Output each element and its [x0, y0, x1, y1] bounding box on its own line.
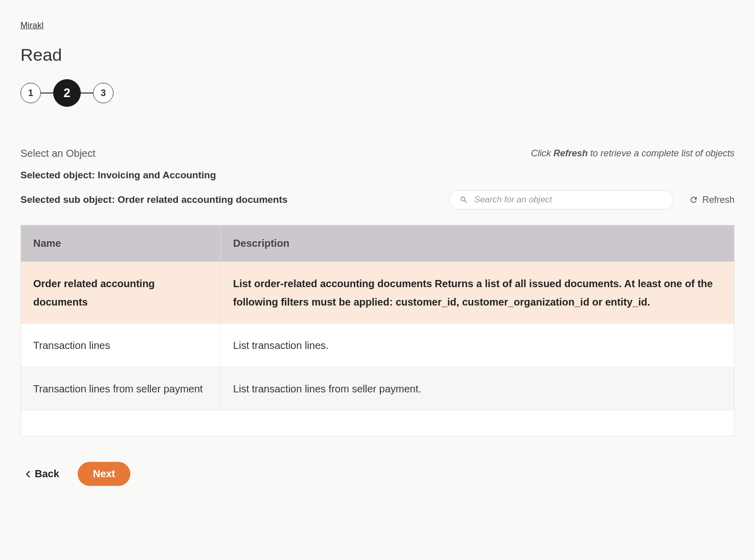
refresh-hint-suffix: to retrieve a complete list of objects — [588, 148, 735, 158]
breadcrumb: Mirakl — [20, 20, 735, 31]
search-refresh-group: Refresh — [449, 190, 735, 209]
cell-name: Order related accounting documents — [21, 262, 221, 324]
refresh-button[interactable]: Refresh — [689, 195, 735, 205]
step-connector — [81, 92, 93, 94]
select-object-label: Select an Object — [20, 148, 96, 159]
refresh-hint-prefix: Click — [531, 148, 554, 158]
search-box[interactable] — [449, 190, 674, 209]
cell-name: Transaction lines — [21, 324, 221, 367]
table-header-row: Name Description — [21, 225, 734, 262]
sub-object-row: Selected sub object: Order related accou… — [20, 190, 735, 209]
refresh-hint: Click Refresh to retrieve a complete lis… — [531, 148, 735, 159]
table-footer — [21, 410, 734, 436]
table-row[interactable]: Transaction linesList transaction lines. — [21, 324, 734, 367]
next-button[interactable]: Next — [78, 462, 130, 486]
cell-description: List transaction lines from seller payme… — [221, 367, 734, 411]
cell-description: List transaction lines. — [221, 324, 734, 367]
refresh-label: Refresh — [702, 195, 735, 205]
search-input[interactable] — [474, 195, 663, 205]
step-2[interactable]: 2 — [53, 79, 81, 107]
selected-sub-object-prefix: Selected sub object: — [20, 194, 118, 205]
selected-object-prefix: Selected object: — [20, 170, 98, 180]
step-1[interactable]: 1 — [20, 83, 41, 103]
selected-sub-object: Selected sub object: Order related accou… — [20, 194, 288, 205]
step-connector — [41, 92, 53, 94]
col-description: Description — [221, 225, 734, 262]
cell-name: Transaction lines from seller payment — [21, 367, 221, 411]
selected-sub-object-value: Order related accounting documents — [118, 194, 288, 205]
chevron-left-icon — [26, 471, 31, 478]
back-label: Back — [35, 468, 59, 480]
refresh-hint-bold: Refresh — [554, 148, 588, 158]
breadcrumb-link-mirakl[interactable]: Mirakl — [20, 20, 43, 30]
cell-description: List order-related accounting documents … — [221, 262, 734, 324]
object-table: Name Description Order related accountin… — [20, 225, 735, 436]
step-3[interactable]: 3 — [93, 83, 113, 103]
table-row[interactable]: Transaction lines from seller paymentLis… — [21, 367, 734, 411]
search-icon — [460, 195, 468, 204]
table-row[interactable]: Order related accounting documentsList o… — [21, 262, 734, 324]
nav-buttons: Back Next — [20, 462, 735, 486]
section-header: Select an Object Click Refresh to retrie… — [20, 148, 735, 159]
refresh-icon — [689, 195, 698, 204]
selected-object: Selected object: Invoicing and Accountin… — [20, 170, 735, 181]
back-button[interactable]: Back — [26, 468, 59, 480]
selected-object-value: Invoicing and Accounting — [98, 170, 216, 180]
stepper: 1 2 3 — [20, 79, 735, 107]
col-name: Name — [21, 225, 221, 262]
page-title: Read — [20, 45, 735, 65]
